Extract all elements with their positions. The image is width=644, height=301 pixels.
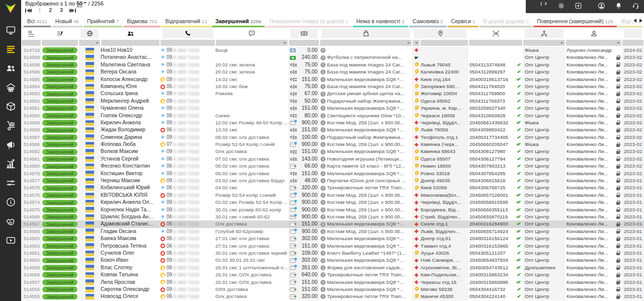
table-row[interactable]: 514592 Завершений Мерклингер Андрей 098 … — [21, 98, 644, 105]
column-header-manager[interactable] — [566, 28, 622, 39]
table-row[interactable]: 514559 Завершений Влас Слотюу 068 463 72… — [21, 264, 644, 271]
table-row[interactable]: 514580 Завершений Фесенко Константин ✳06… — [21, 163, 644, 170]
sidebar-item-partners[interactable] — [0, 212, 21, 232]
filter-product-input[interactable] — [320, 40, 412, 46]
column-header-delivery[interactable] — [523, 28, 566, 39]
filter-phone-input[interactable] — [160, 40, 215, 46]
column-header-date[interactable] — [622, 28, 644, 39]
per-page-select[interactable]: 50 — [76, 1, 83, 7]
sidebar-item-info[interactable] — [0, 193, 21, 212]
table-row[interactable]: 514565 Завершений Баюка Максим 068 463 7… — [21, 235, 644, 242]
tab-новый[interactable]: Новый46 — [52, 16, 83, 27]
table-row[interactable]: 514566 Завершений Гладик Оксана ✳098 463… — [21, 228, 644, 235]
table-row[interactable]: 514579 Завершений Костишин Виктор ✳098 4… — [21, 170, 644, 177]
refresh-button[interactable] — [535, 1, 552, 13]
tab-сервіси[interactable]: Сервіси1 — [448, 16, 479, 27]
table-row[interactable]: 514716 Завершений Нов10 Нов10 ✳098 463 7… — [21, 47, 644, 54]
filter-comment-input[interactable] — [216, 40, 288, 46]
table-row[interactable]: 514593 Завершений Сольська Ірина ✳098 46… — [21, 90, 644, 97]
column-header-product[interactable] — [319, 28, 412, 39]
table-row[interactable]: 514558 Завершений Ковпак Татьяна 098 463… — [21, 271, 644, 278]
table-row[interactable]: 514589 Завершений Кирилич Анжела ✳098 46… — [21, 119, 644, 126]
filter-amount-input[interactable] — [289, 40, 319, 46]
sidebar-item-marketing[interactable] — [0, 136, 21, 155]
table-row[interactable]: 514574 Завершений Кирилич Анжела Ол... ✳… — [21, 199, 644, 206]
filter-tracking-input[interactable] — [469, 40, 522, 46]
sidebar-item-clients[interactable] — [0, 59, 21, 79]
column-header-status[interactable] — [41, 28, 78, 39]
tab-відправлений[interactable]: Відправлений12 — [162, 16, 210, 27]
gear-button[interactable] — [552, 1, 570, 13]
table-row[interactable]: 514557 Завершений Лила Ярослав 098 463 7… — [21, 279, 644, 286]
table-row[interactable]: 514561 Завершений Сучилов Олег 068 463 7… — [21, 250, 644, 257]
sidebar-item-warehouse[interactable] — [0, 79, 21, 98]
table-row[interactable]: 514582 Завершений Волков Максим ✳098 463… — [21, 148, 644, 155]
app-logo[interactable] — [0, 0, 21, 17]
sidebar-item-dashboard[interactable] — [0, 21, 21, 40]
sidebar-item-tutorials[interactable] — [0, 232, 21, 251]
tabs-scroll-right-icon[interactable] — [639, 19, 642, 23]
table-row[interactable]: 514586 Завершений Філіпова Люба 078 463 … — [21, 141, 644, 148]
table-row[interactable]: 514587 Завершений Семенюк Дарина ✳098 46… — [21, 134, 644, 141]
table-row[interactable]: 514588 Завершений Жидак Володимир 068 46… — [21, 126, 644, 133]
table-row[interactable]: 514570 Завершений Корнелюк Надія Та... ✳… — [21, 206, 644, 213]
tabs-scroll-left-icon[interactable] — [633, 19, 636, 23]
sidebar-item-settings[interactable] — [0, 174, 21, 193]
table-row[interactable]: 514577 Завершений Черниш Максим 098 463 … — [21, 177, 644, 184]
table-row[interactable]: 514596 Завершений Вегера Оксана ✳098 463… — [21, 68, 644, 76]
tab-повернення-товару-в-дорозі-[interactable]: Повернення товару (в дорозі)0 — [266, 16, 352, 27]
headset-button[interactable] — [627, 1, 644, 13]
filter-date-input[interactable] — [622, 40, 643, 46]
filter-location-mode[interactable] — [413, 40, 420, 46]
tab-нема-в-наявності[interactable]: Нема в наявності2 — [353, 16, 408, 27]
sidebar-item-supply[interactable] — [0, 117, 21, 136]
tab-самовивіз[interactable]: Самовивіз2 — [409, 16, 447, 27]
page-number-2[interactable]: 2 — [49, 8, 52, 13]
column-header-tracking[interactable] — [468, 28, 523, 39]
bell-button[interactable] — [610, 1, 627, 13]
table-row[interactable]: 514590 Завершений Гнатюк Олексндр ✳068 4… — [21, 112, 644, 119]
column-header-location[interactable] — [412, 28, 468, 39]
filter-delivery-input[interactable] — [523, 40, 565, 46]
user-button[interactable] — [593, 1, 610, 13]
column-header-amount[interactable] — [288, 28, 319, 39]
tab-в-дорозі-додому[interactable]: В дорозі додому0 — [479, 16, 532, 27]
filter-status-input[interactable] — [42, 40, 78, 46]
table-row[interactable]: 514575 Завершений КВІТОВСЬКА ЮЛІЯ 098 46… — [21, 192, 644, 199]
table-row[interactable]: 514598 Завершений Малютина Светлана ✳098… — [21, 61, 644, 68]
first-page-button[interactable] — [25, 9, 32, 13]
table-row[interactable]: 514563 Завершений Петровська Тетяна 068 … — [21, 243, 644, 250]
filter-manager-input[interactable] — [566, 40, 621, 46]
table-row[interactable]: 514599 Завершений Потапенко Анастас... ✳… — [21, 54, 644, 61]
tab-повернення-завершений-[interactable]: Повернення (завершений)125 — [533, 16, 617, 27]
column-header-source[interactable] — [78, 28, 101, 39]
filter-source-input[interactable] — [79, 40, 100, 46]
sidebar-item-products[interactable] — [0, 98, 21, 117]
filter-id-input[interactable] — [22, 40, 41, 46]
table-row[interactable]: 514581 Завершений Устинов Сергей ✳068 46… — [21, 156, 644, 163]
tab-завершений[interactable]: Завершений2256 — [212, 16, 265, 27]
table-row[interactable]: 514591 Завершений Чумаченко Олена ✳098 4… — [21, 105, 644, 112]
filter-location-input[interactable] — [421, 40, 468, 46]
tab-всі[interactable]: Всі4521 — [24, 16, 51, 27]
page-number-1[interactable]: 1 — [38, 8, 41, 13]
tab-прийнятий[interactable]: Прийнятий7 — [84, 16, 122, 27]
column-header-phone[interactable] — [160, 28, 215, 39]
table-row[interactable]: 514567 Завершений Адамовский Станис... 0… — [21, 220, 644, 228]
sidebar-item-orders[interactable] — [0, 40, 21, 59]
table-row[interactable]: 514576 Завершений Кобилинський Юрий ✳068… — [21, 184, 644, 191]
last-page-button[interactable] — [69, 9, 76, 13]
table-row[interactable]: 514568 Завершений Шумляс Богдана Ан... ✳… — [21, 213, 644, 220]
table-row[interactable]: 514560 Завершений Бокоч Иван 098 463 721… — [21, 257, 644, 264]
filter-client-input[interactable] — [101, 40, 159, 46]
column-header-client[interactable] — [101, 28, 160, 39]
add-square-button[interactable] — [570, 1, 587, 13]
column-header-id[interactable]: ID — [21, 28, 41, 39]
table-row[interactable]: 514555 Завершений Новосад Олеся 068 463 … — [21, 293, 644, 300]
table-row[interactable]: 514595 Завершений Колосок Александр 098 … — [21, 76, 644, 83]
column-header-comment[interactable] — [215, 28, 288, 39]
tab-відмова[interactable]: Відмова763 — [123, 16, 160, 27]
page-number-3[interactable]: 3 — [60, 8, 63, 13]
table-row[interactable]: 514556 Завершений Сиротюк Олександр 098 … — [21, 286, 644, 293]
sidebar-item-statistics[interactable] — [0, 155, 21, 174]
